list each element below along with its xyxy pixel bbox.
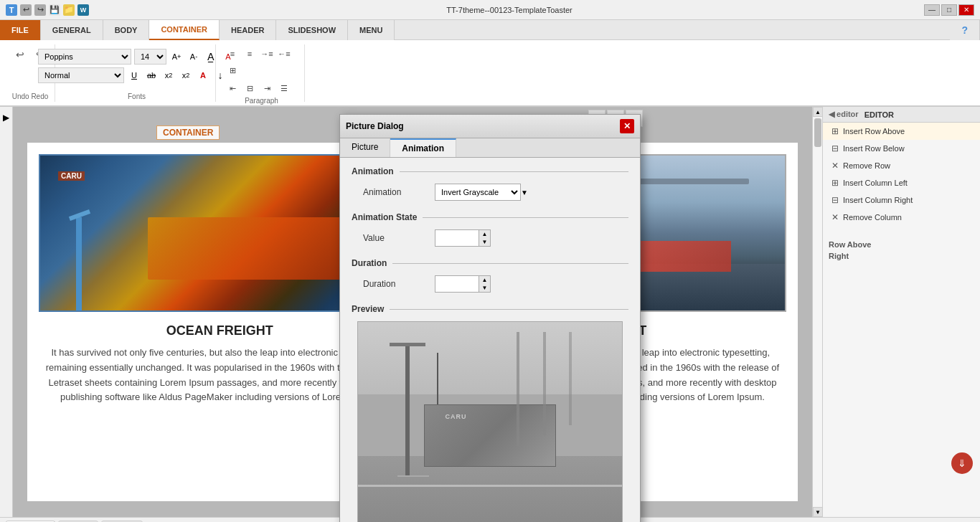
paragraph-group-label: Paragraph bbox=[245, 97, 278, 105]
ribbon: FILE GENERAL BODY CONTAINER HEADER SLIDE… bbox=[0, 20, 980, 107]
preview-container: CARU bbox=[357, 321, 623, 522]
style-select[interactable]: Normal bbox=[38, 67, 124, 83]
align-center-btn[interactable]: ⊟ bbox=[242, 81, 258, 97]
dialog-close-btn[interactable]: ✕ bbox=[620, 119, 634, 133]
preview-label: Preview bbox=[352, 304, 384, 314]
underline-btn[interactable]: U bbox=[127, 68, 141, 82]
tab-container[interactable]: CONTAINER bbox=[149, 20, 220, 40]
save-icon[interactable]: 💾 bbox=[49, 4, 60, 16]
value-spin-buttons: ▲ ▼ bbox=[479, 230, 490, 246]
duration-spin-down[interactable]: ▼ bbox=[479, 284, 490, 292]
duration-spin-up[interactable]: ▲ bbox=[479, 276, 490, 284]
dialog-body: Animation Animation Invert Grayscale Non… bbox=[340, 158, 640, 522]
minimize-btn[interactable]: — bbox=[924, 4, 940, 16]
align-buttons: ⇤ ⊟ ⇥ ☰ bbox=[225, 81, 298, 97]
duration-spinner: 1.0 ▲ ▼ bbox=[435, 275, 491, 293]
tab-slideshow[interactable]: SLIDESHOW bbox=[276, 20, 348, 40]
outdent-btn[interactable]: ←≡ bbox=[276, 46, 292, 62]
animation-field-label: Animation bbox=[363, 187, 435, 197]
duration-field-label: Duration bbox=[363, 279, 435, 289]
close-btn[interactable]: ✕ bbox=[958, 4, 974, 16]
list-buttons: ≡ ≡ →≡ ←≡ ⊞ bbox=[225, 46, 298, 79]
window-title: TT-7theme--00123-TemplateToaster bbox=[95, 6, 924, 14]
folder-icon[interactable]: 📁 bbox=[63, 4, 75, 16]
animation-field-row: Animation Invert Grayscale None Blur Bri… bbox=[352, 184, 628, 201]
main-area: ▶ ▲ ▼ ⤢ CONTAINER CARU OCEAN FREIGHT bbox=[0, 107, 980, 517]
value-field-label: Value bbox=[363, 233, 435, 243]
preview-image: CARU bbox=[358, 322, 622, 522]
dialog-tabs: Picture Animation bbox=[340, 138, 640, 158]
value-field-row: Value 1.0 ▲ ▼ bbox=[352, 229, 628, 247]
dialog-tab-picture[interactable]: Picture bbox=[340, 138, 390, 157]
value-spinner: 1.0 ▲ ▼ bbox=[435, 229, 491, 247]
paragraph-group: ≡ ≡ →≡ ←≡ ⊞ ⇤ ⊟ ⇥ ☰ Paragraph bbox=[219, 44, 305, 102]
font-size-select[interactable]: 14 bbox=[134, 49, 166, 65]
animation-section: Animation Animation Invert Grayscale Non… bbox=[352, 166, 628, 201]
undo-icon-small[interactable]: ↩ bbox=[20, 4, 32, 16]
undo-button[interactable]: ↩ bbox=[11, 46, 29, 63]
font-controls: Poppins 14 A+ A- A̲ A Normal U ab bbox=[35, 46, 238, 86]
tab-body[interactable]: BODY bbox=[103, 20, 150, 40]
bullet-list-btn[interactable]: ≡ bbox=[225, 46, 240, 62]
animation-section-header: Animation bbox=[352, 166, 628, 176]
font-family-select[interactable]: Poppins bbox=[38, 49, 131, 65]
tab-header[interactable]: HEADER bbox=[220, 20, 276, 40]
tab-file[interactable]: FILE bbox=[0, 20, 41, 40]
tab-general[interactable]: GENERAL bbox=[41, 20, 103, 40]
duration-label: Duration bbox=[352, 258, 387, 268]
ribbon-content: ↩ ↪ Undo Redo Poppins 14 A+ A- A̲ A bbox=[0, 40, 980, 106]
dialog-tab-animation[interactable]: Animation bbox=[390, 138, 456, 157]
preview-section: Preview bbox=[352, 304, 628, 522]
duration-input[interactable]: 1.0 bbox=[435, 276, 479, 292]
dialog-overlay: Picture Dialog ✕ Picture Animation Anima… bbox=[0, 107, 980, 517]
fonts-group-label: Fonts bbox=[128, 92, 146, 100]
animation-label: Animation bbox=[352, 166, 394, 176]
font-size-up-btn[interactable]: A+ bbox=[169, 49, 184, 64]
preview-section-header: Preview bbox=[352, 304, 628, 314]
value-field-value: 1.0 ▲ ▼ bbox=[435, 229, 491, 247]
picture-dialog: Picture Dialog ✕ Picture Animation Anima… bbox=[339, 114, 641, 522]
ribbon-tabs: FILE GENERAL BODY CONTAINER HEADER SLIDE… bbox=[0, 20, 980, 40]
animation-field-value: Invert Grayscale None Blur Brightness Co… bbox=[435, 184, 528, 201]
font-color-bg-btn[interactable]: A bbox=[196, 68, 210, 82]
title-bar: T ↩ ↪ 💾 📁 W TT-7theme--00123-TemplateToa… bbox=[0, 0, 980, 20]
more-list-btn[interactable]: ⊞ bbox=[225, 63, 240, 79]
value-input[interactable]: 1.0 bbox=[435, 230, 479, 246]
font-row-1: Poppins 14 A+ A- A̲ A bbox=[38, 49, 235, 65]
animation-state-header: Animation State bbox=[352, 212, 628, 222]
duration-field-row: Duration 1.0 ▲ ▼ bbox=[352, 275, 628, 293]
dropdown-arrow-icon: ▼ bbox=[521, 189, 528, 196]
align-right-btn[interactable]: ⇥ bbox=[259, 81, 275, 97]
subscript-btn[interactable]: x2 bbox=[161, 68, 176, 82]
undo-redo-label: Undo Redo bbox=[12, 92, 49, 100]
title-bar-icons: T ↩ ↪ 💾 📁 W bbox=[6, 4, 89, 16]
duration-section: Duration Duration 1.0 ▲ ▼ bbox=[352, 258, 628, 293]
tab-menu[interactable]: MENU bbox=[348, 20, 395, 40]
value-spin-down[interactable]: ▼ bbox=[479, 238, 490, 246]
wp-icon[interactable]: W bbox=[77, 4, 89, 16]
fonts-group: Poppins 14 A+ A- A̲ A Normal U ab bbox=[58, 44, 216, 102]
animation-state-section: Animation State Value 1.0 ▲ ▼ bbox=[352, 212, 628, 247]
align-left-btn[interactable]: ⇤ bbox=[225, 81, 240, 97]
duration-section-header: Duration bbox=[352, 258, 628, 268]
strikethrough-btn[interactable]: ab bbox=[144, 68, 159, 82]
redo-icon-small[interactable]: ↪ bbox=[34, 4, 46, 16]
align-justify-btn[interactable]: ☰ bbox=[276, 81, 292, 97]
value-spin-up[interactable]: ▲ bbox=[479, 230, 490, 238]
font-row-2: Normal U ab x2 x2 A ↓ bbox=[38, 67, 235, 83]
animation-select[interactable]: Invert Grayscale None Blur Brightness Co… bbox=[435, 184, 521, 201]
superscript-btn[interactable]: x2 bbox=[179, 68, 193, 82]
dialog-title-bar: Picture Dialog ✕ bbox=[340, 115, 640, 138]
duration-field-value: 1.0 ▲ ▼ bbox=[435, 275, 491, 293]
window-controls: — □ ✕ bbox=[924, 4, 974, 16]
dialog-title: Picture Dialog bbox=[346, 121, 404, 131]
maximize-btn[interactable]: □ bbox=[941, 4, 957, 16]
indent-btn[interactable]: →≡ bbox=[259, 46, 275, 62]
highlight-btn[interactable]: A̲ bbox=[204, 49, 218, 64]
font-size-down-btn[interactable]: A- bbox=[187, 49, 201, 64]
app-icon-t: T bbox=[6, 4, 17, 16]
animation-state-label: Animation State bbox=[352, 212, 417, 222]
ordered-list-btn[interactable]: ≡ bbox=[242, 46, 258, 62]
tab-help[interactable]: ? bbox=[950, 20, 980, 40]
duration-spin-buttons: ▲ ▼ bbox=[479, 276, 490, 292]
